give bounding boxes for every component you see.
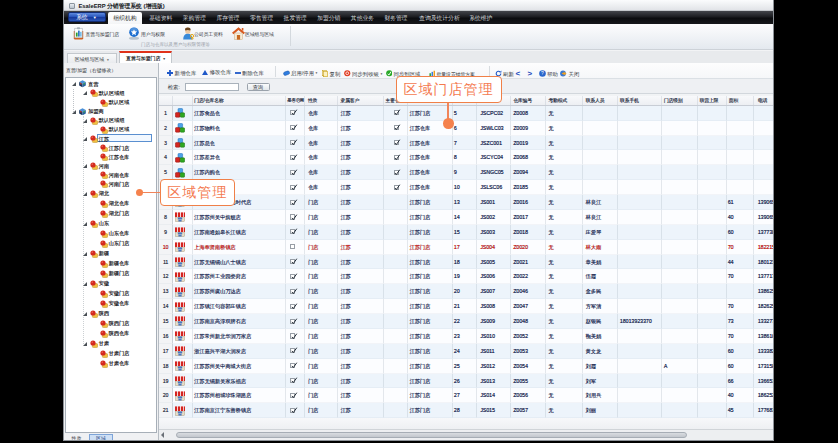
svg-text:?: ? (541, 71, 544, 77)
